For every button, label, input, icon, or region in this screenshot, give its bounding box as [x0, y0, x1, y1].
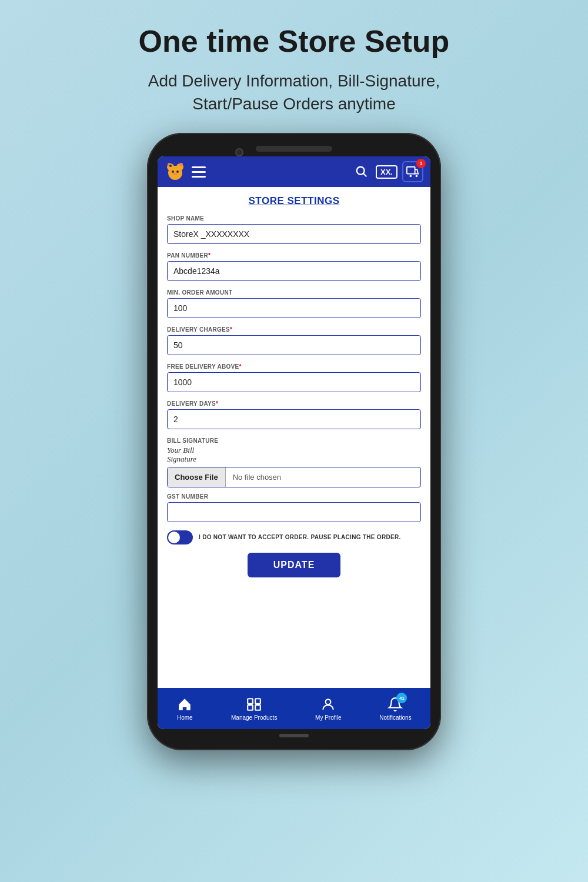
svg-rect-14: [248, 699, 253, 704]
search-button[interactable]: [352, 162, 371, 181]
bill-signature-section: BILL SIGNATURE Your Bill Signature Choos…: [167, 437, 421, 487]
svg-point-8: [169, 165, 172, 167]
delivery-days-input[interactable]: [167, 409, 421, 429]
content-area: STORE SETTINGS SHOP NAME PAN NUMBER* MIN…: [158, 187, 430, 688]
svg-rect-11: [407, 167, 415, 174]
svg-point-12: [410, 175, 412, 178]
logo-icon: [165, 161, 186, 182]
app-header: XX. 1: [158, 156, 430, 187]
notifications-badge: 41: [396, 693, 407, 703]
delivery-days-group: DELIVERY DAYS*: [167, 400, 421, 435]
svg-rect-15: [255, 699, 260, 704]
phone-camera: [235, 148, 243, 156]
phone-speaker: [256, 146, 332, 152]
home-nav-label: Home: [177, 714, 193, 721]
store-code: XX.: [376, 165, 397, 179]
nav-my-profile[interactable]: My Profile: [315, 696, 341, 721]
page-title: One time Store Setup: [139, 24, 450, 59]
nav-manage-products[interactable]: Manage Products: [231, 696, 277, 721]
profile-nav-label: My Profile: [315, 714, 341, 721]
notifications-nav-label: Notifications: [379, 714, 411, 721]
svg-point-18: [326, 700, 331, 705]
shop-name-group: SHOP NAME: [167, 215, 421, 250]
shop-name-label: SHOP NAME: [167, 215, 421, 222]
cart-icon: [406, 165, 419, 178]
svg-point-13: [416, 175, 418, 178]
pause-order-row: I DO NOT WANT TO ACCEPT ORDER. PAUSE PLA…: [167, 530, 421, 544]
file-input-row: Choose File No file chosen: [167, 467, 421, 487]
shop-name-input[interactable]: [167, 224, 421, 244]
min-order-label: MIN. ORDER AMOUNT: [167, 289, 421, 296]
delivery-charges-label: DELIVERY CHARGES*: [167, 326, 421, 333]
pan-number-label: PAN NUMBER*: [167, 252, 421, 259]
pan-number-input[interactable]: [167, 261, 421, 281]
free-delivery-input[interactable]: [167, 372, 421, 392]
products-nav-label: Manage Products: [231, 714, 277, 721]
signature-text: Your Bill Signature: [167, 446, 196, 463]
phone-home-button[interactable]: [279, 734, 309, 737]
notifications-icon: 41: [387, 696, 403, 713]
pan-number-group: PAN NUMBER*: [167, 252, 421, 287]
signature-preview: Your Bill Signature: [167, 446, 421, 463]
svg-line-10: [363, 173, 367, 177]
min-order-group: MIN. ORDER AMOUNT: [167, 289, 421, 324]
min-order-input[interactable]: [167, 298, 421, 318]
phone-frame: XX. 1 STORE SETTINGS SHOP NAME: [147, 133, 441, 750]
gst-number-label: GST NUMBER: [167, 493, 421, 500]
update-button[interactable]: UPDATE: [248, 553, 341, 577]
gst-number-input[interactable]: [167, 502, 421, 522]
svg-point-4: [176, 171, 179, 173]
form-title: STORE SETTINGS: [167, 195, 421, 207]
svg-rect-16: [248, 705, 253, 710]
svg-rect-17: [255, 705, 260, 710]
svg-point-7: [179, 163, 183, 166]
free-delivery-group: FREE DELIVERY ABOVE*: [167, 363, 421, 398]
search-icon: [355, 165, 368, 178]
profile-icon: [320, 696, 336, 713]
svg-point-5: [173, 173, 177, 175]
products-icon: [246, 696, 262, 713]
phone-screen: XX. 1 STORE SETTINGS SHOP NAME: [158, 156, 430, 729]
choose-file-button[interactable]: Choose File: [168, 467, 226, 487]
nav-home[interactable]: Home: [176, 696, 193, 721]
file-chosen-text: No file chosen: [226, 467, 420, 487]
menu-button[interactable]: [192, 166, 206, 178]
svg-point-3: [172, 171, 174, 173]
free-delivery-label: FREE DELIVERY ABOVE*: [167, 363, 421, 370]
gst-number-group: GST NUMBER: [167, 493, 421, 528]
home-icon: [176, 696, 193, 713]
bill-signature-label: BILL SIGNATURE: [167, 437, 421, 444]
cart-badge: 1: [416, 159, 426, 168]
toggle-knob: [168, 532, 180, 543]
delivery-charges-group: DELIVERY CHARGES*: [167, 326, 421, 361]
page-subtitle: Add Delivery Information, Bill-Signature…: [148, 69, 440, 115]
svg-point-9: [357, 167, 365, 175]
delivery-charges-input[interactable]: [167, 335, 421, 355]
bottom-nav: Home Manage Products: [158, 688, 430, 729]
pause-order-label: I DO NOT WANT TO ACCEPT ORDER. PAUSE PLA…: [199, 534, 401, 540]
nav-notifications[interactable]: 41 Notifications: [379, 696, 411, 721]
delivery-days-label: DELIVERY DAYS*: [167, 400, 421, 407]
cart-button[interactable]: 1: [402, 161, 423, 182]
pause-order-toggle[interactable]: [167, 530, 193, 544]
